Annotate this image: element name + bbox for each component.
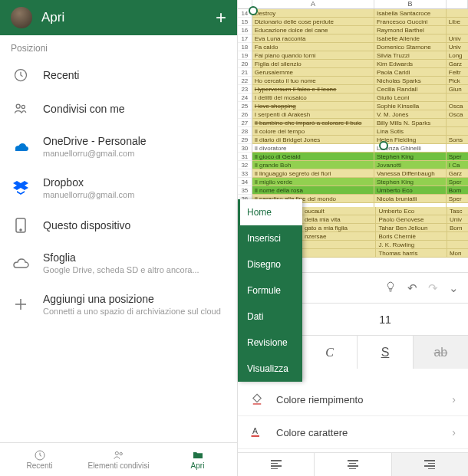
table-row[interactable]: 29Il diario di Bridget JonesHelen Fieldi… [238, 136, 468, 144]
cell[interactable]: Paola Caridi [374, 68, 447, 77]
cell[interactable] [302, 249, 376, 258]
cell[interactable]: Billy Mills N. Sparks [374, 119, 447, 127]
table-row[interactable]: 24I delitti del mosaicoGiulio Leoni [238, 94, 468, 102]
cell[interactable]: Garz [447, 169, 468, 178]
ribbon-tab-data[interactable]: Dati [238, 304, 302, 330]
row-number[interactable]: 21 [238, 68, 252, 77]
cell[interactable]: Thomas harris [376, 249, 447, 258]
table-row[interactable]: 34Il miglio verdeStephen KingSper [238, 178, 468, 186]
table-row[interactable]: J. K. Rowling [302, 241, 468, 249]
cell[interactable]: Stephen King [374, 153, 447, 161]
cell[interactable]: Libe [447, 18, 468, 26]
cell[interactable]: V. M. Jones [374, 110, 447, 119]
location-browse[interactable]: Sfoglia Google Drive, scheda SD e altro … [0, 242, 237, 284]
user-avatar[interactable] [11, 7, 32, 28]
row-number[interactable]: 27 [238, 119, 252, 127]
cell[interactable] [447, 9, 468, 18]
cell[interactable] [447, 232, 468, 241]
cell[interactable]: Domenico Starnone [374, 43, 447, 51]
ribbon-tab-formulas[interactable]: Formule [238, 277, 302, 304]
cell[interactable]: Bom [447, 224, 468, 232]
cell[interactable]: Gerusalemme [252, 68, 374, 77]
align-right-button[interactable] [392, 453, 468, 476]
cell[interactable]: della mia vita [302, 215, 376, 224]
cell[interactable]: Osca [447, 102, 468, 110]
row-number[interactable]: 24 [238, 94, 252, 102]
cell[interactable]: Sper [447, 153, 468, 161]
row-number[interactable]: 26 [238, 110, 252, 119]
cell[interactable]: nzersae [302, 232, 376, 241]
cell[interactable]: Cecilia Randall [374, 85, 447, 94]
cell[interactable]: Mon [447, 249, 468, 258]
cell[interactable]: Giun [447, 85, 468, 94]
cell[interactable] [447, 26, 468, 34]
table-row[interactable]: 22Ho cercato il tuo nomeNicholas SparksP… [238, 77, 468, 85]
cell[interactable]: Isabelle Allende [374, 34, 447, 43]
cell[interactable]: Bom [447, 186, 468, 195]
table-row[interactable]: 20Figlia del silenzioKim EdwardsGarz [238, 60, 468, 68]
col-header-b[interactable]: B [374, 0, 447, 8]
row-number[interactable]: 31 [238, 153, 252, 161]
cell[interactable]: Fai piano quando torni [252, 51, 374, 60]
cell[interactable]: Sper [447, 178, 468, 186]
location-shared[interactable]: Condivisi con me [0, 92, 237, 126]
cell[interactable]: Univ [447, 34, 468, 43]
cell[interactable]: I love shopping [252, 102, 374, 110]
row-number[interactable]: 17 [238, 34, 252, 43]
row-number[interactable]: 28 [238, 127, 252, 136]
table-row[interactable]: 23Hyperversum il falco e il leoneCecilia… [238, 85, 468, 94]
cell[interactable]: Sper [447, 195, 468, 203]
cell[interactable]: Lina Sotis [374, 127, 447, 136]
table-row[interactable]: 26I serpenti di ArakeshV. M. JonesOsca [238, 110, 468, 119]
underline-button[interactable]: S [358, 336, 413, 369]
selection-handle[interactable] [379, 141, 388, 150]
table-row[interactable]: 15Dizionario delle cose perduteFrancesco… [238, 18, 468, 26]
ribbon-tab-home[interactable]: Home [238, 199, 302, 225]
row-number[interactable]: 16 [238, 26, 252, 34]
tab-recent[interactable]: Recenti [0, 443, 79, 476]
table-row[interactable]: 33Il linguaggio segreto dei fioriVanessa… [238, 169, 468, 178]
row-number[interactable]: 34 [238, 178, 252, 186]
cell[interactable]: Kim Edwards [374, 60, 447, 68]
cell[interactable]: Il bambino che imparò a colorare il buio [252, 119, 374, 127]
cell[interactable]: Pick [447, 77, 468, 85]
cell[interactable]: Sons [447, 136, 468, 144]
tab-open[interactable]: Apri [158, 443, 237, 476]
cell[interactable]: Jovanotti [374, 161, 447, 169]
font-size-row[interactable]: 11 [302, 303, 468, 335]
cell[interactable]: Francesco Guccini [374, 18, 447, 26]
cell[interactable]: Umberto Eco [374, 186, 447, 195]
cell[interactable]: Univ [447, 215, 468, 224]
cell[interactable]: oucault [302, 207, 376, 215]
cell[interactable]: Osca [447, 110, 468, 119]
cell[interactable] [447, 241, 468, 249]
cell[interactable]: I Ca [447, 161, 468, 169]
cell[interactable]: Stephen King [374, 178, 447, 186]
location-recent[interactable]: Recenti [0, 58, 237, 92]
cell[interactable] [447, 144, 468, 153]
table-row[interactable]: 28Il colore del tempoLina Sotis [238, 127, 468, 136]
table-row[interactable]: Thomas harrisMon [302, 249, 468, 258]
redo-icon[interactable]: ↷ [428, 281, 438, 295]
cell[interactable]: Dizionario delle cose perdute [252, 18, 374, 26]
cell[interactable] [447, 94, 468, 102]
cell[interactable]: Il gioco di Gerald [252, 153, 374, 161]
cell[interactable]: Silvia Truzzi [374, 51, 447, 60]
cell[interactable]: Paolo Genovese [376, 215, 447, 224]
cell[interactable]: Isabella Santacroce [374, 9, 447, 18]
cell[interactable]: Il colore del tempo [252, 127, 374, 136]
ribbon-tab-review[interactable]: Revisione [238, 330, 302, 356]
align-left-button[interactable] [238, 453, 315, 476]
table-row[interactable]: 21GerusalemmePaola CaridiFeltr [238, 68, 468, 77]
row-number[interactable]: 30 [238, 144, 252, 153]
table-row[interactable]: 14DestroyIsabella Santacroce [238, 9, 468, 18]
table-row[interactable]: 17Eva Luna raccontaIsabelle AllendeUniv [238, 34, 468, 43]
table-row[interactable]: 32Il grande BohJovanottiI Ca [238, 161, 468, 169]
table-row[interactable]: 30Il divoratoreLorenza Ghinelli [238, 144, 468, 153]
cell[interactable]: Il divoratore [252, 144, 374, 153]
cell[interactable]: Eva Luna racconta [252, 34, 374, 43]
table-row[interactable]: della mia vitaPaolo GenoveseUniv [302, 215, 468, 224]
row-number[interactable]: 20 [238, 60, 252, 68]
align-center-button[interactable] [315, 453, 391, 476]
cell[interactable]: Il miglio verde [252, 178, 374, 186]
